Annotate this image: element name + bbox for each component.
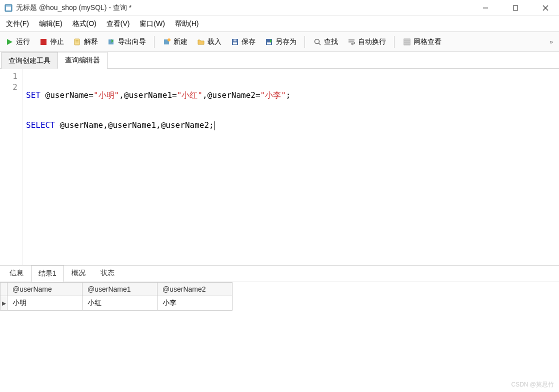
menu-help[interactable]: 帮助(H) xyxy=(171,17,202,30)
keyword: SET xyxy=(26,90,40,100)
grid-view-label: 网格查看 xyxy=(414,37,442,46)
result-tab-result1[interactable]: 结果1 xyxy=(31,265,64,282)
run-label: 运行 xyxy=(16,37,30,46)
load-button[interactable]: 载入 xyxy=(194,35,224,48)
row-selector-header xyxy=(0,283,8,296)
document-icon xyxy=(73,37,82,46)
sql-editor[interactable]: 1 2 SET @userName="小明",@userName1="小红",@… xyxy=(0,69,559,265)
search-icon xyxy=(313,37,322,46)
export-label: 导出向导 xyxy=(118,37,146,46)
table-cell[interactable]: 小明 xyxy=(8,296,82,311)
result-tab-info[interactable]: 信息 xyxy=(2,265,31,282)
save-as-label: 另存为 xyxy=(276,37,296,46)
stop-button[interactable]: 停止 xyxy=(37,35,66,48)
editor-tab-bar: 查询创建工具 查询编辑器 xyxy=(0,52,559,69)
toolbar-overflow-icon[interactable]: » xyxy=(546,38,556,45)
result-table[interactable]: @userName @userName1 @userName2 ▶ 小明 小红 … xyxy=(0,282,232,311)
table-row[interactable]: ▶ 小明 小红 小李 xyxy=(0,296,232,311)
table-cell[interactable]: 小李 xyxy=(158,296,232,311)
save-label: 保存 xyxy=(242,37,256,46)
row-marker: ▶ xyxy=(0,296,8,311)
stop-icon xyxy=(39,37,48,46)
code-area[interactable]: SET @userName="小明",@userName1="小红",@user… xyxy=(23,69,294,265)
svg-rect-16 xyxy=(233,42,237,44)
table-header-row: @userName @userName1 @userName2 xyxy=(0,283,232,296)
maximize-button[interactable] xyxy=(504,0,527,15)
svg-rect-8 xyxy=(40,39,46,45)
result-tab-profile[interactable]: 概况 xyxy=(64,265,93,282)
menu-bar: 文件(F) 编辑(E) 格式(O) 查看(V) 窗口(W) 帮助(H) xyxy=(0,16,559,32)
new-button[interactable]: 新建 xyxy=(160,35,190,48)
column-header[interactable]: @userName2 xyxy=(158,283,232,296)
string-literal: "小明" xyxy=(94,90,119,100)
new-icon xyxy=(162,37,172,46)
grid-view-button[interactable]: 网格查看 xyxy=(400,35,444,48)
play-icon xyxy=(5,37,14,46)
export-icon xyxy=(107,37,116,46)
toolbar-separator xyxy=(304,36,305,48)
explain-button[interactable]: 解释 xyxy=(71,35,100,48)
find-label: 查找 xyxy=(324,37,338,46)
save-button[interactable]: 保存 xyxy=(228,35,258,48)
tab-query-editor[interactable]: 查询编辑器 xyxy=(58,52,108,69)
column-header[interactable]: @userName xyxy=(8,283,82,296)
stop-label: 停止 xyxy=(50,37,64,46)
load-label: 载入 xyxy=(208,37,222,46)
tab-query-builder[interactable]: 查询创建工具 xyxy=(1,52,58,69)
window-title: 无标题 @hou_shop (mySQL) - 查询 * xyxy=(16,3,474,12)
string-literal: "小红" xyxy=(177,90,202,100)
svg-rect-17 xyxy=(234,39,236,41)
minimize-button[interactable] xyxy=(474,0,497,15)
folder-icon xyxy=(196,37,206,46)
string-literal: "小李" xyxy=(260,90,286,100)
table-cell[interactable]: 小红 xyxy=(82,296,158,311)
wrap-icon xyxy=(347,37,356,46)
title-bar: 无标题 @hou_shop (mySQL) - 查询 * xyxy=(0,0,559,16)
svg-point-14 xyxy=(168,38,170,41)
save-as-button[interactable]: 另存为 xyxy=(262,35,298,48)
auto-wrap-button[interactable]: 自动换行 xyxy=(345,35,388,48)
column-header[interactable]: @userName1 xyxy=(82,283,158,296)
menu-format[interactable]: 格式(O) xyxy=(68,17,100,30)
menu-file[interactable]: 文件(F) xyxy=(2,17,33,30)
export-wizard-button[interactable]: 导出向导 xyxy=(105,35,148,48)
line-gutter: 1 2 xyxy=(0,69,23,265)
svg-rect-4 xyxy=(514,5,518,10)
toolbar: 运行 停止 解释 导出向导 新建 载入 保存 另存为 查找 自动换行 网格查看 … xyxy=(0,32,559,52)
svg-line-21 xyxy=(319,43,321,45)
new-label: 新建 xyxy=(174,37,188,46)
result-pane: @userName @userName1 @userName2 ▶ 小明 小红 … xyxy=(0,282,559,392)
keyword: SELECT xyxy=(26,120,55,130)
auto-wrap-label: 自动换行 xyxy=(358,37,386,46)
line-number: 1 xyxy=(0,71,18,82)
result-tab-bar: 信息 结果1 概况 状态 xyxy=(0,265,559,282)
svg-rect-2 xyxy=(6,5,11,7)
svg-rect-19 xyxy=(267,42,271,44)
svg-marker-7 xyxy=(7,39,12,45)
toolbar-separator xyxy=(154,36,154,48)
save-as-icon xyxy=(264,37,274,46)
text-cursor xyxy=(214,121,214,130)
menu-view[interactable]: 查看(V) xyxy=(102,17,134,30)
save-icon xyxy=(230,37,240,46)
line-number: 2 xyxy=(0,82,18,93)
svg-rect-22 xyxy=(404,39,410,45)
app-icon xyxy=(4,3,13,12)
result-tab-status[interactable]: 状态 xyxy=(93,265,122,282)
toolbar-separator xyxy=(394,36,394,48)
grid-icon xyxy=(402,37,412,46)
menu-edit[interactable]: 编辑(E) xyxy=(35,17,66,30)
find-button[interactable]: 查找 xyxy=(311,35,340,48)
close-button[interactable] xyxy=(534,0,557,15)
explain-label: 解释 xyxy=(84,37,98,46)
svg-point-20 xyxy=(315,39,320,43)
menu-window[interactable]: 窗口(W) xyxy=(136,17,169,30)
run-button[interactable]: 运行 xyxy=(3,35,32,48)
